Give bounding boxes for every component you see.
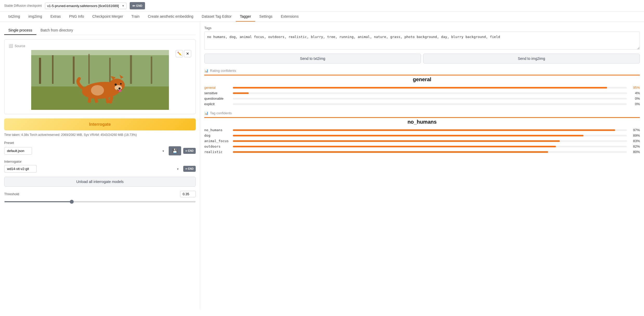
bar-pct-animal-focus: 83%	[629, 139, 640, 143]
preset-select-wrapper: default.json	[4, 147, 167, 155]
interrogator-end-button[interactable]: ⇐ END	[183, 166, 196, 172]
image-icon: ⬜	[9, 44, 13, 48]
bar-pct-outdoors: 82%	[629, 144, 640, 148]
svg-rect-5	[73, 56, 75, 84]
tags-textarea[interactable]: no humans, dog, animal focus, outdoors, …	[204, 31, 640, 50]
svg-point-15	[119, 87, 121, 90]
bar-label-explicit: explicit	[204, 102, 230, 106]
tab-extras[interactable]: Extras	[46, 12, 65, 22]
left-arrow-icon: ⇐	[132, 4, 135, 8]
time-info: Time taken: 4.38s Torch active/reserved:…	[4, 133, 196, 137]
rating-bars: general 95% sensitive 4%	[204, 86, 640, 106]
bar-track-sensitive	[233, 92, 627, 94]
interrogate-button[interactable]: Interrogate	[4, 118, 196, 130]
bar-fill-outdoors	[233, 146, 556, 147]
rating-chart-title: general	[204, 77, 640, 83]
bar-pct-explicit: 0%	[629, 102, 640, 106]
bar-label-outdoors: outdoors	[204, 144, 230, 148]
svg-point-18	[119, 90, 122, 92]
interrogator-select[interactable]: wd14-vit-v2-git	[4, 165, 37, 173]
tab-datasettageditor[interactable]: Dataset Tag Editor	[198, 12, 236, 22]
bar-label-questionable: questionable	[204, 97, 230, 100]
top-bar: Stable Diffusion checkpoint v1-5-pruned-…	[0, 0, 644, 12]
preset-end-button[interactable]: ⇐ END	[183, 148, 196, 154]
send-to-txt2img-button[interactable]: Send to txt2img	[204, 54, 421, 64]
tag-bars: no_humans 97% dog 89% anim	[204, 128, 640, 154]
tag-bar-no-humans: no_humans 97%	[204, 128, 640, 132]
bar-fill-general	[233, 87, 607, 89]
edit-icon: ✏️	[177, 52, 182, 56]
bar-track-outdoors	[233, 146, 627, 147]
rating-bar-questionable: questionable 0%	[204, 97, 640, 100]
threshold-input[interactable]	[180, 191, 196, 197]
svg-point-16	[115, 84, 117, 86]
bar-track-explicit	[233, 103, 627, 105]
tab-settings[interactable]: Settings	[255, 12, 277, 22]
bar-label-dog: dog	[204, 134, 230, 137]
image-upload-area[interactable]: ⬜ Source	[4, 39, 196, 114]
bar-track-animal-focus	[233, 140, 627, 142]
bar-pct-realistic: 80%	[629, 150, 640, 154]
bar-label-no-humans: no_humans	[204, 128, 230, 132]
svg-rect-4	[52, 55, 54, 84]
tab-checkpointmerger[interactable]: Checkpoint Merger	[88, 12, 127, 22]
source-label: ⬜ Source	[9, 44, 191, 48]
rating-bar-sensitive: sensitive 4%	[204, 91, 640, 95]
tab-aestheticembedding[interactable]: Create aesthetic embedding	[144, 12, 198, 22]
preset-label: Preset	[4, 141, 196, 145]
tag-confidents-header: 📊 Tag confidents	[204, 111, 640, 115]
tab-tagger[interactable]: Tagger	[236, 12, 255, 22]
threshold-slider[interactable]	[4, 201, 196, 202]
svg-rect-9	[151, 56, 152, 84]
svg-point-17	[120, 83, 122, 85]
close-image-button[interactable]: ✕	[184, 50, 191, 57]
interrogator-select-wrapper: wd14-vit-v2-git	[4, 165, 181, 173]
unload-models-button[interactable]: Unload all interrogate models	[4, 177, 196, 187]
nav-tabs: txt2img img2img Extras PNG Info Checkpoi…	[0, 12, 644, 22]
end-button[interactable]: ⇐ END	[130, 2, 145, 9]
tags-label: Tags	[204, 26, 640, 30]
threshold-label: Threshold	[4, 192, 19, 196]
threshold-row: Threshold	[4, 191, 196, 197]
bar-pct-no-humans: 97%	[629, 128, 640, 132]
tag-bar-outdoors: outdoors 82%	[204, 144, 640, 148]
interrogator-row: wd14-vit-v2-git ⇐ END	[4, 165, 196, 173]
close-icon: ✕	[186, 52, 189, 56]
bar-pct-dog: 89%	[629, 134, 640, 137]
checkpoint-select[interactable]: v1-5-pruned-emaonly.safetensors [6ce0161…	[45, 3, 127, 9]
bar-pct-general: 95%	[629, 86, 640, 90]
bar-fill-animal-focus	[233, 140, 560, 142]
save-preset-button[interactable]: 💾	[169, 146, 181, 155]
bar-track-dog	[233, 135, 627, 136]
bar-label-animal-focus: animal_focus	[204, 139, 230, 143]
bar-track-general	[233, 87, 627, 89]
tag-chart-title: no_humans	[204, 119, 640, 125]
svg-rect-21	[88, 96, 91, 103]
tab-img2img[interactable]: img2img	[24, 12, 46, 22]
tab-txt2img[interactable]: txt2img	[4, 12, 24, 22]
rating-bar-explicit: explicit 0%	[204, 102, 640, 106]
bar-track-no-humans	[233, 129, 627, 131]
panel-tab-single[interactable]: Single process	[4, 26, 36, 35]
tab-extensions[interactable]: Extensions	[277, 12, 303, 22]
threshold-group: Threshold	[4, 191, 196, 203]
rating-top-line	[204, 75, 640, 75]
preset-select[interactable]: default.json	[4, 147, 32, 155]
interrogator-group: Interrogator wd14-vit-v2-git ⇐ END	[4, 160, 196, 173]
edit-image-button[interactable]: ✏️	[176, 50, 183, 57]
bar-fill-sensitive	[233, 92, 249, 94]
svg-rect-8	[130, 55, 132, 84]
send-to-img2img-button[interactable]: Send to img2img	[423, 54, 640, 64]
tab-train[interactable]: Train	[127, 12, 144, 22]
bar-pct-sensitive: 4%	[629, 91, 640, 95]
svg-point-23	[91, 85, 104, 96]
tab-pnginfo[interactable]: PNG Info	[65, 12, 88, 22]
dog-image	[31, 50, 169, 110]
panel-tab-batch[interactable]: Batch from directory	[36, 26, 77, 35]
bar-fill-no-humans	[233, 129, 615, 131]
bar-chart-icon-2: 📊	[204, 111, 208, 115]
tag-bar-dog: dog 89%	[204, 134, 640, 137]
svg-point-14	[115, 85, 122, 90]
bar-track-realistic	[233, 151, 627, 153]
bar-fill-dog	[233, 135, 583, 136]
